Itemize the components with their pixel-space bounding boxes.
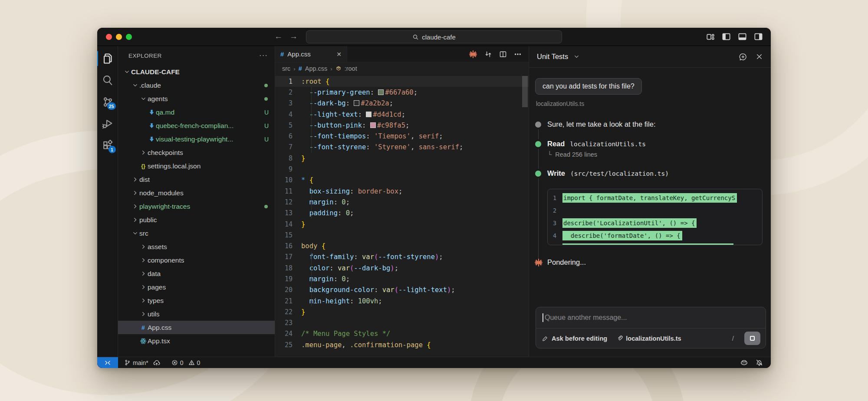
markdown-file-icon <box>147 136 156 142</box>
tree-item-label: agents <box>148 95 168 103</box>
new-chat-icon[interactable] <box>739 53 747 61</box>
remote-indicator[interactable] <box>97 357 118 368</box>
tree-item-types[interactable]: types <box>118 294 275 307</box>
tree-item-src[interactable]: src <box>118 227 275 240</box>
explorer-sidebar: EXPLORER ··· CLAUDE-CAFE.claudeagentsqa.… <box>118 46 275 357</box>
tree-item-checkpoints[interactable]: checkpoints <box>118 146 275 159</box>
color-swatch <box>366 112 372 117</box>
tree-item-app-tsx[interactable]: App.tsx <box>118 334 275 348</box>
compare-changes-icon[interactable] <box>484 50 492 58</box>
tree-item-quebec-french-complian-[interactable]: quebec-french-complian...U <box>118 119 275 132</box>
activity-source-control-icon[interactable]: 25 <box>97 91 118 113</box>
toggle-panel-icon[interactable] <box>738 32 747 41</box>
minimize-window-button[interactable] <box>116 34 122 40</box>
paperclip-icon <box>617 335 623 342</box>
chevron-down-icon <box>122 69 131 75</box>
forward-button[interactable]: → <box>289 32 298 41</box>
indent-guide <box>311 109 312 120</box>
badge: 1 <box>108 146 116 153</box>
claude-starburst-icon <box>534 258 543 267</box>
tab-app-css[interactable]: # App.css ✕ <box>275 46 347 62</box>
tree-item-app-css[interactable]: #App.css <box>118 321 275 334</box>
tree-item-public[interactable]: public <box>118 213 275 227</box>
tree-item-label: .claude <box>139 82 161 89</box>
close-tab-icon[interactable]: ✕ <box>336 51 342 58</box>
activity-bar: 251 <box>97 46 118 357</box>
react-file-icon <box>139 338 148 345</box>
indent-guide <box>311 142 312 153</box>
tree-item-settings-local-json[interactable]: {}settings.local.json <box>118 159 275 173</box>
split-editor-icon[interactable] <box>499 50 507 58</box>
line-number: 3 <box>548 220 562 227</box>
customize-layout-icon[interactable] <box>706 32 715 41</box>
more-actions-icon[interactable] <box>514 50 522 58</box>
tree-item-label: public <box>139 216 157 224</box>
code-line-1: 1:root { <box>275 76 529 87</box>
claude-starburst-icon[interactable] <box>469 50 477 59</box>
tree-item-label: src <box>139 230 148 237</box>
activity-explorer-icon[interactable] <box>97 48 118 69</box>
code-line-22: 22} <box>275 306 529 317</box>
tree-item-label: App.css <box>148 324 171 332</box>
tree-item-label: pages <box>148 283 166 291</box>
tree-item-components[interactable]: components <box>118 253 275 267</box>
git-branch-item[interactable]: main* <box>124 359 160 366</box>
chevron-down-icon[interactable] <box>573 53 580 60</box>
branch-name: main* <box>133 359 148 366</box>
chevron-right-icon <box>139 243 148 250</box>
command-center-search[interactable]: claude-cafe <box>306 30 562 43</box>
sync-cloud-icon[interactable] <box>153 359 160 366</box>
tree-item-data[interactable]: data <box>118 267 275 280</box>
modified-dot <box>264 205 268 208</box>
line-number: 11 <box>275 187 301 195</box>
activity-run-and-debug-icon[interactable] <box>97 113 118 135</box>
indent-guide <box>311 285 312 296</box>
breadcrumb-item[interactable]: App.css <box>305 65 328 72</box>
stop-button[interactable] <box>744 332 760 345</box>
tree-item--claude[interactable]: .claude <box>118 79 275 92</box>
explorer-more-actions-icon[interactable]: ··· <box>259 51 268 60</box>
tree-item-dist[interactable]: dist <box>118 173 275 186</box>
tree-item-agents[interactable]: agents <box>118 92 275 105</box>
tree-item-assets[interactable]: assets <box>118 240 275 253</box>
status-text: Pondering... <box>547 258 586 266</box>
copilot-icon[interactable] <box>740 359 748 366</box>
line-number: 25 <box>275 341 301 349</box>
slash-commands-hint[interactable]: / <box>732 335 734 342</box>
zoom-window-button[interactable] <box>126 34 132 40</box>
line-number: 10 <box>275 176 301 184</box>
tree-item-playwright-traces[interactable]: playwright-traces <box>118 200 275 213</box>
tree-item-node-modules[interactable]: node_modules <box>118 186 275 200</box>
close-window-button[interactable] <box>106 34 112 40</box>
activity-search-icon[interactable] <box>97 69 118 91</box>
line-number: 17 <box>275 253 301 261</box>
generated-test-code-block[interactable]: 1import { formatDate, translateKey, getC… <box>547 189 763 245</box>
tree-item-qa-md[interactable]: qa.mdU <box>118 105 275 119</box>
activity-extensions-icon[interactable]: 1 <box>97 135 118 156</box>
breadcrumb-separator: › <box>330 66 332 72</box>
tab-bar: # App.css ✕ <box>275 46 529 62</box>
vscode-window: ← → claude-cafe 251 EXPLORER ··· CLAUDE-… <box>97 28 771 368</box>
back-button[interactable]: ← <box>274 32 283 41</box>
breadcrumb-item[interactable]: :root <box>345 65 357 72</box>
attachment-chip[interactable]: localizationUtils.ts <box>617 335 681 342</box>
tree-item-label: qa.md <box>156 108 174 116</box>
tree-item-label: playwright-traces <box>139 203 190 210</box>
tree-item-pages[interactable]: pages <box>118 280 275 294</box>
chat-input-box[interactable]: Queue another message... Ask before edit… <box>536 307 766 348</box>
indent-guide <box>311 263 312 273</box>
tree-item-visual-testing-playwright-[interactable]: visual-testing-playwright...U <box>118 132 275 146</box>
toggle-primary-sidebar-icon[interactable] <box>722 32 731 41</box>
symbol-icon <box>335 66 342 72</box>
tree-item-claude-cafe[interactable]: CLAUDE-CAFE <box>118 65 275 79</box>
breadcrumb-item[interactable]: src <box>282 65 290 72</box>
code-line-2: 2 --primary-green: #667a60; <box>275 87 529 98</box>
toggle-secondary-sidebar-icon[interactable] <box>754 32 763 41</box>
problems-item[interactable]: 0 0 <box>171 359 201 366</box>
code-editor[interactable]: 1:root {2 --primary-green: #667a60;3 --d… <box>275 75 529 357</box>
chevron-right-icon <box>131 217 139 223</box>
tree-item-utils[interactable]: utils <box>118 307 275 321</box>
edit-mode-selector[interactable]: Ask before editing <box>552 335 607 342</box>
close-panel-icon[interactable] <box>756 53 763 60</box>
notifications-muted-icon[interactable] <box>756 359 763 366</box>
